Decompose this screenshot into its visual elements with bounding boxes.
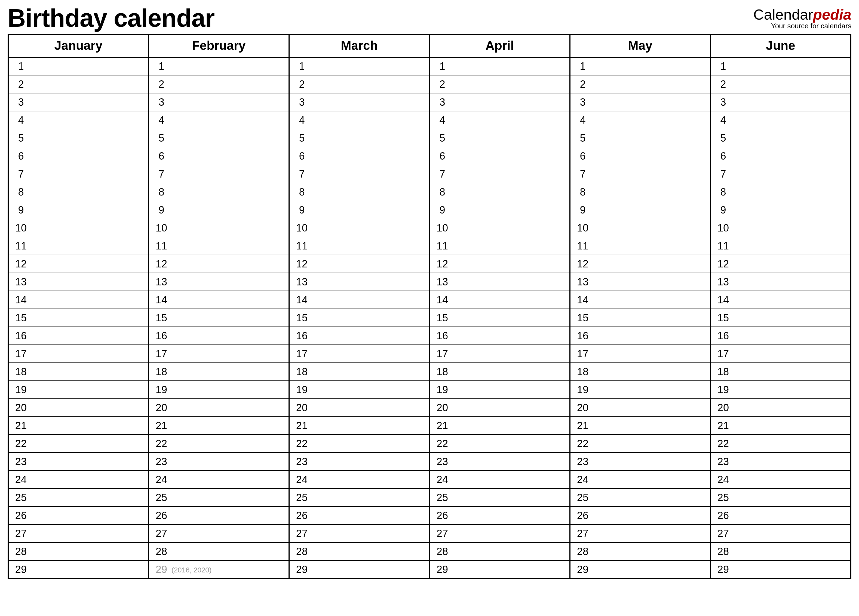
calendar-day-cell[interactable]: 8 [8, 183, 148, 201]
calendar-day-cell[interactable]: 1 [570, 57, 711, 75]
calendar-day-cell[interactable]: 29 [711, 560, 851, 578]
calendar-day-cell[interactable]: 20 [148, 399, 289, 417]
calendar-day-cell[interactable]: 2 [148, 75, 289, 93]
calendar-day-cell[interactable]: 16 [711, 327, 851, 345]
calendar-day-cell[interactable]: 17 [289, 345, 430, 363]
calendar-day-cell[interactable]: 13 [148, 273, 289, 291]
calendar-day-cell[interactable]: 12 [8, 255, 148, 273]
calendar-day-cell[interactable]: 11 [148, 237, 289, 255]
calendar-day-cell[interactable]: 10 [430, 219, 570, 237]
calendar-day-cell[interactable]: 26 [711, 507, 851, 524]
calendar-day-cell[interactable]: 7 [289, 165, 430, 183]
calendar-day-cell[interactable]: 18 [289, 363, 430, 381]
calendar-day-cell[interactable]: 6 [289, 147, 430, 165]
calendar-day-cell[interactable]: 27 [8, 524, 148, 543]
calendar-day-cell[interactable]: 9 [570, 201, 711, 219]
calendar-day-cell[interactable]: 1 [8, 57, 148, 75]
calendar-day-cell[interactable]: 7 [8, 165, 148, 183]
calendar-day-cell[interactable]: 20 [570, 399, 711, 417]
calendar-day-cell[interactable]: 7 [711, 165, 851, 183]
calendar-day-cell[interactable]: 13 [430, 273, 570, 291]
calendar-day-cell[interactable]: 21 [8, 417, 148, 435]
calendar-day-cell[interactable]: 3 [430, 93, 570, 111]
calendar-day-cell[interactable]: 8 [711, 183, 851, 201]
calendar-day-cell[interactable]: 28 [711, 543, 851, 560]
calendar-day-cell[interactable]: 22 [8, 435, 148, 453]
calendar-day-cell[interactable]: 19 [8, 381, 148, 399]
calendar-day-cell[interactable]: 23 [711, 453, 851, 471]
calendar-day-cell[interactable]: 5 [148, 129, 289, 147]
calendar-day-cell[interactable]: 28 [8, 543, 148, 560]
calendar-day-cell[interactable]: 29 [570, 560, 711, 578]
calendar-day-cell[interactable]: 22 [148, 435, 289, 453]
calendar-day-cell[interactable]: 11 [570, 237, 711, 255]
calendar-day-cell[interactable]: 29(2016, 2020) [148, 560, 289, 578]
calendar-day-cell[interactable]: 18 [711, 363, 851, 381]
calendar-day-cell[interactable]: 11 [711, 237, 851, 255]
calendar-day-cell[interactable]: 13 [8, 273, 148, 291]
calendar-day-cell[interactable]: 8 [430, 183, 570, 201]
calendar-day-cell[interactable]: 1 [430, 57, 570, 75]
calendar-day-cell[interactable]: 28 [289, 543, 430, 560]
calendar-day-cell[interactable]: 10 [148, 219, 289, 237]
calendar-day-cell[interactable]: 24 [430, 471, 570, 489]
calendar-day-cell[interactable]: 25 [430, 489, 570, 507]
calendar-day-cell[interactable]: 17 [570, 345, 711, 363]
calendar-day-cell[interactable]: 12 [148, 255, 289, 273]
calendar-day-cell[interactable]: 19 [711, 381, 851, 399]
calendar-day-cell[interactable]: 3 [148, 93, 289, 111]
calendar-day-cell[interactable]: 8 [570, 183, 711, 201]
calendar-day-cell[interactable]: 25 [711, 489, 851, 507]
calendar-day-cell[interactable]: 12 [289, 255, 430, 273]
calendar-day-cell[interactable]: 20 [289, 399, 430, 417]
calendar-day-cell[interactable]: 17 [8, 345, 148, 363]
calendar-day-cell[interactable]: 3 [8, 93, 148, 111]
calendar-day-cell[interactable]: 19 [430, 381, 570, 399]
calendar-day-cell[interactable]: 4 [570, 111, 711, 129]
calendar-day-cell[interactable]: 9 [711, 201, 851, 219]
calendar-day-cell[interactable]: 25 [289, 489, 430, 507]
calendar-day-cell[interactable]: 23 [289, 453, 430, 471]
calendar-day-cell[interactable]: 2 [430, 75, 570, 93]
calendar-day-cell[interactable]: 6 [8, 147, 148, 165]
calendar-day-cell[interactable]: 20 [8, 399, 148, 417]
calendar-day-cell[interactable]: 29 [289, 560, 430, 578]
calendar-day-cell[interactable]: 25 [148, 489, 289, 507]
calendar-day-cell[interactable]: 26 [8, 507, 148, 524]
calendar-day-cell[interactable]: 5 [430, 129, 570, 147]
calendar-day-cell[interactable]: 19 [570, 381, 711, 399]
calendar-day-cell[interactable]: 10 [570, 219, 711, 237]
calendar-day-cell[interactable]: 14 [8, 291, 148, 309]
calendar-day-cell[interactable]: 22 [430, 435, 570, 453]
calendar-day-cell[interactable]: 27 [289, 524, 430, 543]
calendar-day-cell[interactable]: 24 [289, 471, 430, 489]
calendar-day-cell[interactable]: 27 [148, 524, 289, 543]
calendar-day-cell[interactable]: 16 [289, 327, 430, 345]
calendar-day-cell[interactable]: 6 [430, 147, 570, 165]
calendar-day-cell[interactable]: 18 [430, 363, 570, 381]
calendar-day-cell[interactable]: 11 [430, 237, 570, 255]
calendar-day-cell[interactable]: 27 [430, 524, 570, 543]
calendar-day-cell[interactable]: 28 [430, 543, 570, 560]
calendar-day-cell[interactable]: 22 [711, 435, 851, 453]
calendar-day-cell[interactable]: 25 [8, 489, 148, 507]
calendar-day-cell[interactable]: 16 [570, 327, 711, 345]
calendar-day-cell[interactable]: 14 [430, 291, 570, 309]
calendar-day-cell[interactable]: 9 [289, 201, 430, 219]
calendar-day-cell[interactable]: 2 [570, 75, 711, 93]
calendar-day-cell[interactable]: 14 [148, 291, 289, 309]
calendar-day-cell[interactable]: 17 [148, 345, 289, 363]
calendar-day-cell[interactable]: 8 [148, 183, 289, 201]
calendar-day-cell[interactable]: 7 [570, 165, 711, 183]
calendar-day-cell[interactable]: 29 [430, 560, 570, 578]
calendar-day-cell[interactable]: 19 [148, 381, 289, 399]
calendar-day-cell[interactable]: 15 [8, 309, 148, 327]
calendar-day-cell[interactable]: 16 [430, 327, 570, 345]
calendar-day-cell[interactable]: 13 [289, 273, 430, 291]
calendar-day-cell[interactable]: 22 [289, 435, 430, 453]
calendar-day-cell[interactable]: 8 [289, 183, 430, 201]
calendar-day-cell[interactable]: 23 [570, 453, 711, 471]
calendar-day-cell[interactable]: 1 [711, 57, 851, 75]
calendar-day-cell[interactable]: 13 [570, 273, 711, 291]
calendar-day-cell[interactable]: 26 [148, 507, 289, 524]
